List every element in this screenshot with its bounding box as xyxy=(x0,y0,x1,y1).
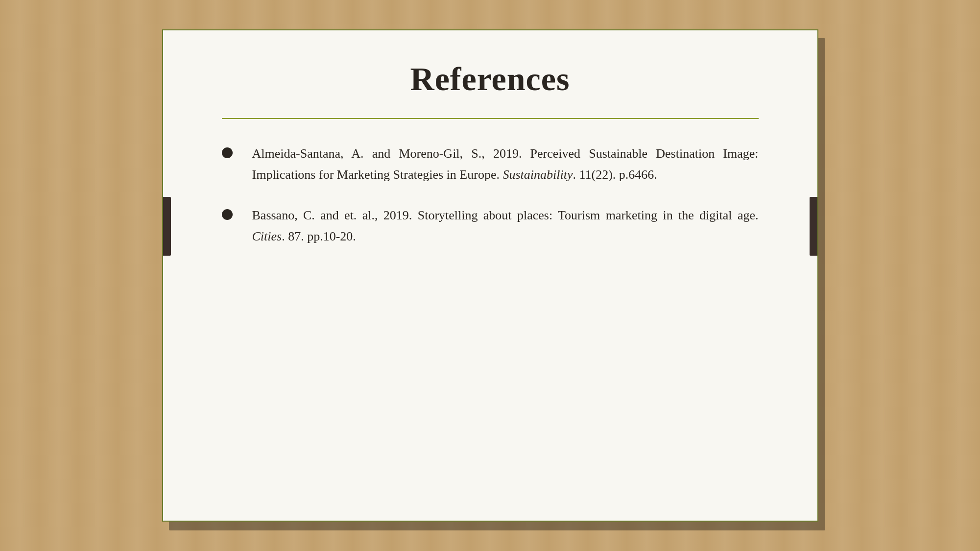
list-item: Almeida-Santana, A. and Moreno-Gil, S., … xyxy=(222,144,759,186)
title-section: References xyxy=(222,60,759,118)
tab-right xyxy=(810,197,818,256)
list-item: Bassano, C. and et. al., 2019. Storytell… xyxy=(222,205,759,247)
slide: References Almeida-Santana, A. and Moren… xyxy=(162,29,818,522)
bullet-icon xyxy=(222,209,233,220)
slide-title: References xyxy=(222,60,759,98)
divider xyxy=(222,118,759,119)
bullet-icon xyxy=(222,147,233,158)
slide-content: References Almeida-Santana, A. and Moren… xyxy=(163,30,817,521)
reference-1-text: Almeida-Santana, A. and Moreno-Gil, S., … xyxy=(252,144,759,186)
slide-wrapper: References Almeida-Santana, A. and Moren… xyxy=(162,29,818,522)
references-list: Almeida-Santana, A. and Moreno-Gil, S., … xyxy=(222,144,759,267)
tab-left xyxy=(162,197,171,256)
reference-2-text: Bassano, C. and et. al., 2019. Storytell… xyxy=(252,205,759,247)
